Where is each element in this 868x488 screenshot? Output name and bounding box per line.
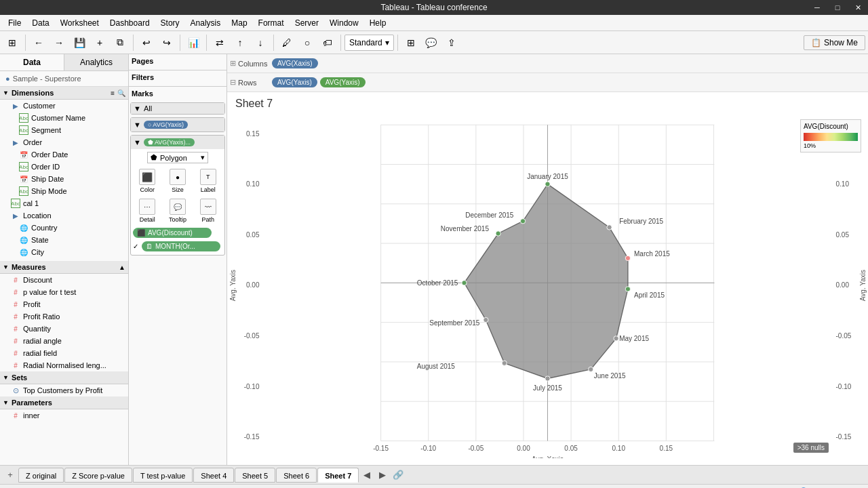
sidebar-item-state[interactable]: 🌐 State xyxy=(0,234,128,246)
sort-asc-button[interactable]: ↑ xyxy=(231,33,250,52)
tab-sheet6[interactable]: Sheet 6 xyxy=(276,468,317,483)
sidebar-item-location-folder[interactable]: ▶ Location xyxy=(0,209,128,222)
tab-sheet5[interactable]: Sheet 5 xyxy=(235,468,275,483)
minimize-button[interactable]: ─ xyxy=(807,0,827,15)
dimensions-search-icon[interactable]: 🔍 xyxy=(117,89,125,97)
menu-server[interactable]: Server xyxy=(290,16,324,30)
duplicate-button[interactable]: ⧉ xyxy=(111,33,130,52)
forward-button[interactable]: → xyxy=(50,33,68,52)
sidebar-item-quantity[interactable]: # Quantity xyxy=(0,323,128,335)
sidebar-item-order-date[interactable]: 📅 Order Date xyxy=(0,148,128,161)
tab-z-score-pvalue[interactable]: Z Score p-value xyxy=(64,468,132,483)
tab-t-test-pvalue[interactable]: T test p-value xyxy=(133,468,193,483)
sidebar-item-ship-date[interactable]: 📅 Ship Date xyxy=(0,173,128,185)
measures-header[interactable]: ▼ Measures ▲ xyxy=(0,261,128,274)
sidebar-item-discount[interactable]: # Discount xyxy=(0,274,128,286)
xaxis-pill[interactable]: AVG(Xaxis) xyxy=(272,58,318,68)
menu-file[interactable]: File xyxy=(3,16,26,30)
point-march[interactable] xyxy=(625,256,630,260)
point-april[interactable] xyxy=(625,287,630,291)
sidebar-item-cal1[interactable]: Abc cal 1 xyxy=(0,197,128,209)
polygon-dropdown[interactable]: ⬟ Polygon ▾ xyxy=(147,152,208,163)
sort-desc-button[interactable]: ↓ xyxy=(251,33,270,52)
menu-analysis[interactable]: Analysis xyxy=(185,16,226,30)
label-button[interactable]: 🏷 xyxy=(318,33,337,52)
menu-window[interactable]: Window xyxy=(324,16,364,30)
sidebar-item-radial-norm[interactable]: # Radial Normalised leng... xyxy=(0,359,128,371)
label-button-mark[interactable]: T Label xyxy=(196,169,220,193)
close-button[interactable]: ✕ xyxy=(848,0,868,15)
menu-story[interactable]: Story xyxy=(155,16,185,30)
menu-worksheet[interactable]: Worksheet xyxy=(55,16,104,30)
menu-help[interactable]: Help xyxy=(364,16,392,30)
maximize-button[interactable]: □ xyxy=(827,0,848,15)
tab-data[interactable]: Data xyxy=(0,54,64,70)
sidebar-item-inner[interactable]: # inner xyxy=(0,409,128,422)
sidebar-item-radial-field[interactable]: # radial field xyxy=(0,347,128,359)
point-october[interactable] xyxy=(462,281,467,285)
undo-button[interactable]: ↩ xyxy=(137,33,156,52)
sidebar-item-ship-mode[interactable]: Abc Ship Mode xyxy=(0,185,128,197)
chart-type-button[interactable]: 📊 xyxy=(184,33,203,52)
color-button[interactable]: ⬛ Color xyxy=(135,169,159,193)
detail-button[interactable]: ⋯ Detail xyxy=(135,199,159,223)
sidebar-item-radial-angle[interactable]: # radial angle xyxy=(0,335,128,347)
sidebar-item-customer-name[interactable]: Abc Customer Name xyxy=(0,112,128,124)
scroll-left-tab-icon[interactable]: ◀ xyxy=(359,468,374,483)
redo-button[interactable]: ↪ xyxy=(157,33,176,52)
sidebar-item-profit[interactable]: # Profit xyxy=(0,298,128,310)
month-pill[interactable]: 🗓 MONTH(Or... xyxy=(142,241,220,251)
marks-all-header[interactable]: ▼ All xyxy=(131,103,224,114)
fix-axes-button[interactable]: ⊞ xyxy=(401,33,420,52)
sidebar-item-country[interactable]: 🌐 Country xyxy=(0,222,128,234)
size-button[interactable]: ● Size xyxy=(165,169,190,193)
dimensions-header[interactable]: ▼ Dimensions ≡ 🔍 xyxy=(0,87,128,100)
tab-sheet4[interactable]: Sheet 4 xyxy=(193,468,234,483)
sidebar-item-pvalue[interactable]: # p value for t test xyxy=(0,286,128,298)
sidebar-item-order-id[interactable]: Abc Order ID xyxy=(0,161,128,173)
new-sheet-tab-button[interactable]: + xyxy=(3,468,18,483)
rows-yaxis-pill2[interactable]: AVG(Yaxis) xyxy=(320,77,366,87)
save-button[interactable]: 💾 xyxy=(70,33,89,52)
rows-yaxis-pill1[interactable]: AVG(Yaxis) xyxy=(272,77,317,87)
back-button[interactable]: ← xyxy=(29,33,48,52)
tooltip-button-mark[interactable]: 💬 Tooltip xyxy=(165,199,190,223)
point-january[interactable] xyxy=(545,182,550,186)
point-august[interactable] xyxy=(502,361,507,365)
point-june[interactable] xyxy=(589,367,593,371)
swap-button[interactable]: ⇄ xyxy=(210,33,229,52)
show-me-button[interactable]: 📋 Show Me xyxy=(804,35,865,50)
scroll-right-tab-icon[interactable]: ▶ xyxy=(375,468,390,483)
params-header[interactable]: ▼ Parameters xyxy=(0,396,128,409)
menu-data[interactable]: Data xyxy=(26,16,54,30)
marks-avgyaxis-header[interactable]: ▼ ○ AVG(Yaxis) xyxy=(131,118,224,131)
sets-header[interactable]: ▼ Sets xyxy=(0,371,128,384)
point-december[interactable] xyxy=(520,219,525,224)
point-february[interactable] xyxy=(607,225,612,230)
dimensions-menu-icon[interactable]: ≡ xyxy=(111,89,115,97)
sidebar-item-top-customers[interactable]: ⊙ Top Customers by Profit xyxy=(0,384,128,396)
sidebar-item-city[interactable]: 🌐 City xyxy=(0,246,128,258)
sidebar-item-segment[interactable]: Abc Segment xyxy=(0,124,128,136)
home-button[interactable]: ⊞ xyxy=(3,33,22,52)
sidebar-item-customer-folder[interactable]: ▶ Customer xyxy=(0,100,128,112)
avg-discount-pill[interactable]: ⬛ AVG(Discount) xyxy=(133,228,212,238)
tooltip-button[interactable]: 💬 xyxy=(422,33,441,52)
new-sheet-button[interactable]: + xyxy=(90,33,109,52)
point-july[interactable] xyxy=(545,376,550,381)
share-button[interactable]: ⇪ xyxy=(442,33,461,52)
data-source[interactable]: ● Sample - Superstore xyxy=(0,71,128,87)
marks-avgyaxis2-header[interactable]: ▼ ⬟ AVG(Yaxis)... xyxy=(131,136,224,149)
fit-dropdown[interactable]: Standard ▾ xyxy=(344,35,394,51)
tab-sheet7[interactable]: Sheet 7 xyxy=(317,468,359,483)
tab-z-original[interactable]: Z original xyxy=(18,468,64,483)
menu-format[interactable]: Format xyxy=(253,16,290,30)
null-badge[interactable]: >36 nulls xyxy=(793,443,829,453)
group-button[interactable]: ○ xyxy=(298,33,317,52)
point-may[interactable] xyxy=(614,336,618,341)
sidebar-item-profit-ratio[interactable]: # Profit Ratio xyxy=(0,310,128,323)
avg-yaxis-pill[interactable]: ○ AVG(Yaxis) xyxy=(144,121,188,129)
highlight-button[interactable]: 🖊 xyxy=(277,33,296,52)
tab-analytics[interactable]: Analytics xyxy=(64,54,128,70)
sidebar-item-order-folder[interactable]: ▶ Order xyxy=(0,136,128,148)
